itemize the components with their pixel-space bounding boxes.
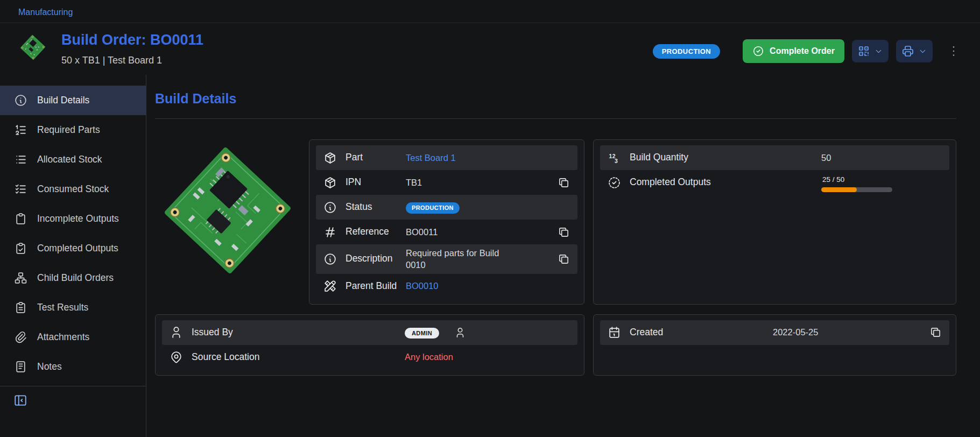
row-label: Reference — [346, 225, 397, 238]
detail-row-description: DescriptionRequired parts for Build 0010 — [316, 244, 577, 274]
page: Manufacturing Build Order: BO0011 50 x T… — [0, 0, 980, 437]
section-divider — [155, 118, 956, 119]
user-badge: ADMIN — [405, 328, 439, 339]
progress-bar — [821, 187, 892, 192]
sidebar-nav: Build DetailsRequired PartsAllocated Sto… — [0, 75, 146, 437]
list-icon — [14, 153, 27, 166]
row-value: ADMIN — [405, 326, 570, 339]
hash-icon — [323, 225, 337, 239]
sidebar-item-consumed-stock[interactable]: Consumed Stock — [0, 174, 146, 204]
row-value: 2022-05-25 — [773, 326, 921, 338]
breadcrumb: Manufacturing — [0, 0, 980, 23]
sidebar-item-label: Child Build Orders — [37, 272, 114, 284]
sidebar-item-label: Required Parts — [37, 124, 100, 136]
svg-text:1: 1 — [609, 153, 612, 159]
notes-icon — [14, 360, 27, 373]
qrcode-icon — [857, 45, 870, 58]
row-value: 25 / 50 — [821, 173, 942, 192]
quantity-panel: 123Build Quantity50Completed Outputs25 /… — [593, 139, 956, 305]
sidebar-footer — [0, 386, 146, 417]
detail-row-issued-by: Issued ByADMIN — [162, 320, 577, 345]
row-value: BO0011 — [406, 226, 509, 238]
progress: 25 / 50 — [821, 175, 892, 192]
breadcrumb-link-manufacturing[interactable]: Manufacturing — [18, 8, 73, 17]
circle-check-icon — [752, 45, 764, 57]
progress-check-icon — [608, 176, 621, 189]
row-value: Required parts for Build 0010 — [406, 247, 509, 271]
page-title: Build Order: BO0011 — [61, 32, 203, 48]
numbers-123-icon: 123 — [608, 151, 621, 165]
print-actions-button[interactable] — [896, 40, 933, 62]
row-value: 50 — [821, 152, 942, 164]
sidebar-item-completed-outputs[interactable]: Completed Outputs — [0, 234, 146, 263]
progress-label: 25 / 50 — [821, 175, 892, 185]
section-heading: Build Details — [155, 91, 956, 107]
user-icon — [454, 327, 466, 339]
sidebar-item-build-details[interactable]: Build Details — [0, 86, 146, 115]
body: Build DetailsRequired PartsAllocated Sto… — [0, 75, 980, 437]
detail-row-reference: ReferenceBO0011 — [316, 220, 577, 244]
row-value-link[interactable]: BO0010 — [406, 280, 509, 292]
copy-button[interactable] — [929, 326, 942, 339]
row-value-link[interactable]: Test Board 1 — [406, 152, 509, 164]
clipboard-icon — [14, 212, 27, 225]
row-label: Created — [630, 326, 764, 339]
printer-icon — [901, 45, 914, 58]
row-label: Status — [346, 201, 397, 214]
sidebar-item-label: Attachments — [37, 332, 89, 343]
sidebar-item-incomplete-outputs[interactable]: Incomplete Outputs — [0, 204, 146, 234]
chevron-down-icon — [874, 47, 883, 56]
copy-button[interactable] — [558, 226, 570, 238]
copy-button[interactable] — [558, 253, 570, 265]
paperclip-icon — [14, 330, 27, 344]
package-icon — [323, 176, 337, 189]
user-icon — [170, 326, 183, 339]
row-label: IPN — [346, 176, 397, 189]
row-value: TB1 — [406, 177, 509, 188]
detail-row-ipn: IPNTB1 — [316, 170, 577, 195]
sidebar-item-label: Test Results — [37, 302, 88, 313]
package-icon — [323, 151, 337, 165]
part-image[interactable] — [155, 139, 300, 305]
sidebar-item-notes[interactable]: Notes — [0, 352, 146, 382]
sidebar-item-test-results[interactable]: Test Results — [0, 293, 146, 322]
sidebar-item-attachments[interactable]: Attachments — [0, 322, 146, 352]
overflow-menu-button[interactable] — [947, 44, 961, 58]
part-thumbnail[interactable] — [18, 34, 47, 61]
detail-row-created: Created2022-05-25 — [600, 320, 949, 345]
barcode-actions-button[interactable] — [852, 40, 889, 62]
map-pin-icon — [170, 350, 183, 364]
calendar-icon — [608, 326, 621, 339]
sidebar-item-label: Completed Outputs — [37, 243, 118, 254]
header-text: Build Order: BO0011 50 x TB1 | Test Boar… — [61, 32, 203, 66]
row-label: Completed Outputs — [630, 176, 813, 189]
header-left: Build Order: BO0011 50 x TB1 | Test Boar… — [18, 32, 203, 66]
complete-order-button[interactable]: Complete Order — [743, 39, 844, 63]
sidebar-item-label: Incomplete Outputs — [37, 213, 119, 224]
row-value: Any location — [405, 351, 570, 363]
sidebar-item-label: Consumed Stock — [37, 184, 109, 195]
row-label: Source Location — [192, 351, 396, 364]
sidebar-item-child-build-orders[interactable]: Child Build Orders — [0, 263, 146, 293]
sidebar-item-label: Allocated Stock — [37, 154, 102, 165]
list-numbers-icon — [14, 123, 27, 137]
issued-panel: Issued ByADMINSource LocationAny locatio… — [155, 314, 584, 376]
status-badge: PRODUCTION — [653, 44, 720, 59]
status-badge: PRODUCTION — [406, 202, 460, 214]
detail-row-completed-outputs: Completed Outputs25 / 50 — [600, 170, 949, 195]
list-check-icon — [14, 182, 27, 196]
sidebar-item-allocated-stock[interactable]: Allocated Stock — [0, 145, 146, 174]
info-circle-icon — [323, 252, 337, 266]
sidebar-collapse-button[interactable] — [13, 393, 27, 407]
sitemap-icon — [14, 271, 27, 285]
sidebar-item-required-parts[interactable]: Required Parts — [0, 115, 146, 145]
row-label: Description — [346, 252, 397, 265]
row-label: Parent Build — [346, 280, 397, 293]
page-header: Build Order: BO0011 50 x TB1 | Test Boar… — [0, 23, 980, 75]
detail-row-part: PartTest Board 1 — [316, 145, 577, 170]
copy-button[interactable] — [558, 177, 570, 189]
details-panel: PartTest Board 1IPNTB1StatusPRODUCTIONRe… — [309, 139, 584, 305]
row-label: Build Quantity — [630, 151, 813, 164]
svg-text:3: 3 — [615, 158, 618, 164]
page-subtitle: 50 x TB1 | Test Board 1 — [61, 55, 203, 66]
